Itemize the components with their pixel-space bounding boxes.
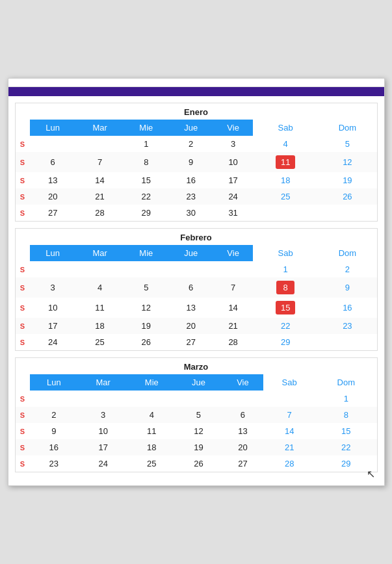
cal-cell[interactable]: 13 bbox=[222, 423, 263, 439]
cal-cell[interactable] bbox=[213, 261, 253, 277]
cal-cell[interactable]: 23 bbox=[168, 188, 213, 205]
cal-cell[interactable]: 4 bbox=[253, 136, 318, 152]
cal-cell[interactable]: 26 bbox=[318, 188, 376, 205]
cal-cell[interactable]: 30 bbox=[168, 205, 213, 221]
cal-cell[interactable] bbox=[76, 261, 124, 277]
cal-cell[interactable]: 11 bbox=[253, 152, 318, 172]
cal-cell[interactable]: 22 bbox=[253, 318, 318, 334]
cal-cell[interactable]: 11 bbox=[76, 298, 124, 318]
cal-cell[interactable]: 29 bbox=[124, 205, 168, 221]
cal-cell[interactable]: 1 bbox=[315, 391, 377, 407]
cal-cell[interactable]: 21 bbox=[76, 188, 124, 205]
cal-cell[interactable] bbox=[124, 261, 168, 277]
cal-cell[interactable]: 19 bbox=[318, 172, 376, 188]
cal-cell[interactable] bbox=[318, 205, 376, 221]
cal-cell[interactable]: 19 bbox=[175, 439, 222, 455]
cal-cell[interactable]: 2 bbox=[30, 407, 79, 423]
cal-cell[interactable]: 14 bbox=[263, 423, 315, 439]
holiday-badge[interactable]: 11 bbox=[276, 155, 295, 169]
cal-cell[interactable]: 3 bbox=[30, 277, 76, 298]
cal-cell[interactable]: 22 bbox=[124, 188, 168, 205]
cal-cell[interactable]: 29 bbox=[315, 455, 377, 472]
cal-cell[interactable] bbox=[263, 391, 315, 407]
cal-cell[interactable]: 19 bbox=[124, 318, 168, 334]
cal-cell[interactable]: 7 bbox=[213, 277, 253, 298]
cal-cell[interactable]: 2 bbox=[168, 136, 213, 152]
cal-cell[interactable]: 15 bbox=[124, 172, 168, 188]
cal-cell[interactable]: 18 bbox=[253, 172, 318, 188]
cal-cell[interactable]: 12 bbox=[124, 298, 168, 318]
cal-cell[interactable]: 21 bbox=[213, 318, 253, 334]
cal-cell[interactable]: 9 bbox=[168, 152, 213, 172]
cal-cell[interactable]: 28 bbox=[76, 205, 124, 221]
cal-cell[interactable]: 14 bbox=[213, 298, 253, 318]
cal-cell[interactable] bbox=[30, 391, 79, 407]
calendar-scroll[interactable]: EneroLunMarMieJueVieSabDomS12345S6789101… bbox=[8, 96, 384, 485]
cal-cell[interactable]: 20 bbox=[168, 318, 213, 334]
cal-cell[interactable]: 20 bbox=[222, 439, 263, 455]
cal-cell[interactable]: 5 bbox=[175, 407, 222, 423]
cal-cell[interactable]: 3 bbox=[78, 407, 128, 423]
cal-cell[interactable]: 15 bbox=[315, 423, 377, 439]
cal-cell[interactable]: 18 bbox=[76, 318, 124, 334]
cal-cell[interactable]: 4 bbox=[76, 277, 124, 298]
cal-cell[interactable]: 31 bbox=[213, 205, 253, 221]
cal-cell[interactable]: 12 bbox=[318, 152, 376, 172]
cal-cell[interactable] bbox=[78, 391, 128, 407]
cal-cell[interactable]: 7 bbox=[76, 152, 124, 172]
cal-cell[interactable]: 18 bbox=[128, 439, 175, 455]
cal-cell[interactable]: 28 bbox=[213, 334, 253, 350]
cal-cell[interactable]: 9 bbox=[30, 423, 79, 439]
cal-cell[interactable]: 29 bbox=[253, 334, 318, 350]
cal-cell[interactable]: 17 bbox=[30, 318, 76, 334]
cal-cell[interactable]: 10 bbox=[78, 423, 128, 439]
cal-cell[interactable]: 9 bbox=[318, 277, 376, 298]
cal-cell[interactable]: 5 bbox=[124, 277, 168, 298]
cal-cell[interactable]: 23 bbox=[318, 318, 376, 334]
cal-cell[interactable]: 1 bbox=[253, 261, 318, 277]
cal-cell[interactable]: 7 bbox=[263, 407, 315, 423]
cal-cell[interactable]: 16 bbox=[30, 439, 79, 455]
cal-cell[interactable]: 22 bbox=[315, 439, 377, 455]
cal-cell[interactable]: 6 bbox=[30, 152, 76, 172]
cal-cell[interactable]: 25 bbox=[76, 334, 124, 350]
cal-cell[interactable]: 8 bbox=[124, 152, 168, 172]
cal-cell[interactable] bbox=[128, 391, 175, 407]
cal-cell[interactable]: 1 bbox=[124, 136, 168, 152]
cal-cell[interactable]: 26 bbox=[175, 455, 222, 472]
cal-cell[interactable]: 14 bbox=[76, 172, 124, 188]
cal-cell[interactable]: 8 bbox=[253, 277, 318, 298]
cal-cell[interactable]: 27 bbox=[168, 334, 213, 350]
cal-cell[interactable]: 27 bbox=[222, 455, 263, 472]
holiday-badge[interactable]: 8 bbox=[276, 281, 294, 294]
cal-cell[interactable]: 10 bbox=[30, 298, 76, 318]
cal-cell[interactable] bbox=[318, 334, 376, 350]
cal-cell[interactable] bbox=[175, 391, 222, 407]
cal-cell[interactable]: 12 bbox=[175, 423, 222, 439]
cal-cell[interactable]: 13 bbox=[30, 172, 76, 188]
cal-cell[interactable]: 3 bbox=[213, 136, 253, 152]
cal-cell[interactable]: 24 bbox=[30, 334, 76, 350]
cal-cell[interactable]: 27 bbox=[30, 205, 76, 221]
cal-cell[interactable]: 24 bbox=[213, 188, 253, 205]
cal-cell[interactable]: 25 bbox=[253, 188, 318, 205]
cal-cell[interactable]: 20 bbox=[30, 188, 76, 205]
cal-cell[interactable]: 5 bbox=[318, 136, 376, 152]
cal-cell[interactable]: 15 bbox=[253, 298, 318, 318]
cal-cell[interactable] bbox=[76, 136, 124, 152]
cal-cell[interactable]: 23 bbox=[30, 455, 79, 472]
cal-cell[interactable]: 17 bbox=[213, 172, 253, 188]
cal-cell[interactable]: 16 bbox=[168, 172, 213, 188]
cal-cell[interactable]: 4 bbox=[128, 407, 175, 423]
cal-cell[interactable]: 10 bbox=[213, 152, 253, 172]
cal-cell[interactable] bbox=[168, 261, 213, 277]
cal-cell[interactable]: 2 bbox=[318, 261, 376, 277]
cal-cell[interactable]: 25 bbox=[128, 455, 175, 472]
cal-cell[interactable]: 24 bbox=[78, 455, 128, 472]
cal-cell[interactable]: 8 bbox=[315, 407, 377, 423]
cal-cell[interactable]: 13 bbox=[168, 298, 213, 318]
cal-cell[interactable]: 28 bbox=[263, 455, 315, 472]
cal-cell[interactable]: 26 bbox=[124, 334, 168, 350]
cal-cell[interactable]: 21 bbox=[263, 439, 315, 455]
cal-cell[interactable] bbox=[30, 261, 76, 277]
